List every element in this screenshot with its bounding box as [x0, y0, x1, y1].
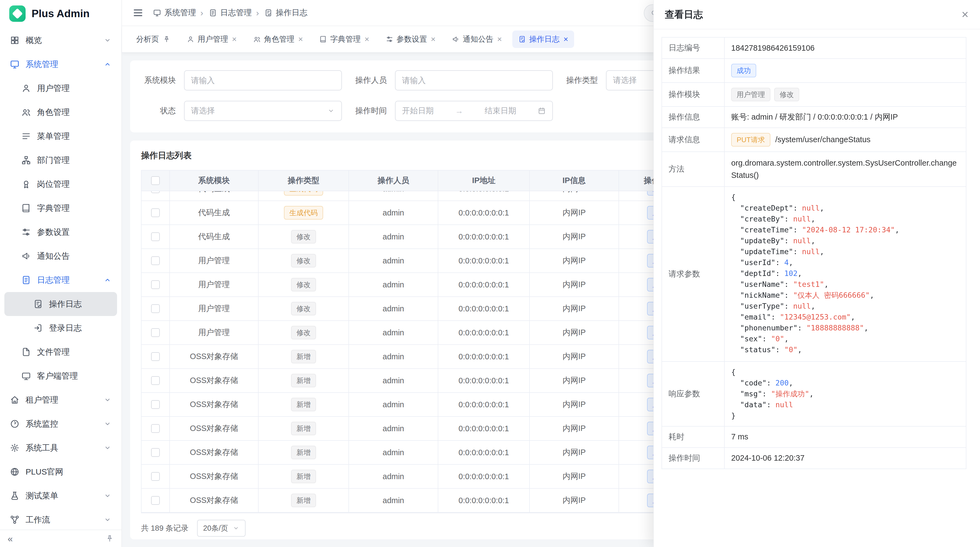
breadcrumb-item[interactable]: 操作日志 ›: [264, 7, 307, 18]
cell-module: 用户管理: [170, 273, 259, 297]
sidebar-item[interactable]: 租户管理: [4, 388, 117, 412]
monitor-icon: [10, 419, 20, 429]
globe-icon: [10, 467, 20, 477]
sidebar-item[interactable]: 工作流: [4, 508, 117, 529]
close-icon[interactable]: ×: [961, 8, 969, 21]
operation-type-badge: 新增: [291, 374, 316, 388]
collapse-sidebar-button[interactable]: «: [8, 534, 13, 543]
select-all-checkbox[interactable]: [151, 176, 160, 185]
cell-ipinfo: 内网IP: [530, 297, 619, 321]
tab-close-icon[interactable]: ×: [431, 35, 436, 43]
tab-close-icon[interactable]: ×: [563, 35, 568, 43]
hamburger-icon[interactable]: [132, 7, 144, 19]
sidebar-item[interactable]: 岗位管理: [4, 172, 117, 196]
sidebar-item[interactable]: 概览: [4, 28, 117, 52]
tab-close-icon[interactable]: ×: [364, 35, 369, 43]
row-checkbox[interactable]: [151, 208, 160, 217]
cell-ip: 0:0:0:0:0:0:0:1: [438, 465, 530, 488]
tab-close-icon[interactable]: ×: [232, 35, 237, 43]
tab[interactable]: 分析页: [130, 30, 177, 48]
cell-ipinfo: 内网IP: [530, 393, 619, 416]
field-label: 请求参数: [662, 187, 724, 362]
sidebar-item[interactable]: 日志管理: [4, 268, 117, 292]
start-date-placeholder: 开始日期: [402, 105, 434, 116]
row-checkbox[interactable]: [151, 191, 160, 193]
row-checkbox[interactable]: [151, 352, 160, 361]
cell-operator: admin: [349, 297, 438, 321]
operator-input[interactable]: [395, 70, 553, 91]
row-checkbox[interactable]: [151, 448, 160, 457]
row-checkbox[interactable]: [151, 424, 160, 433]
pin-sidebar-icon[interactable]: [106, 534, 114, 543]
row-checkbox[interactable]: [151, 256, 160, 265]
sidebar-item[interactable]: 测试菜单: [4, 484, 117, 508]
tab[interactable]: 角色管理 ×: [247, 30, 309, 48]
status-select[interactable]: 请选择: [184, 101, 342, 121]
cell-ipinfo: 内网IP: [530, 369, 619, 392]
tab[interactable]: 用户管理 ×: [181, 30, 243, 48]
breadcrumb-label: 日志管理: [220, 7, 252, 18]
tab[interactable]: 通知公告 ×: [446, 30, 508, 48]
sidebar-item[interactable]: 菜单管理: [4, 124, 117, 148]
tab-label: 参数设置: [397, 34, 427, 45]
breadcrumb-item[interactable]: 系统管理 ›: [153, 7, 204, 18]
field-label: 方法: [662, 152, 724, 187]
page-size-select[interactable]: 20条/页: [197, 520, 245, 537]
request-params-code[interactable]: { "createDept": null, "createBy": null, …: [731, 192, 959, 356]
sidebar-item-label: 测试菜单: [25, 490, 103, 501]
breadcrumb: 系统管理 › 日志管理 › 操作日志 ›: [153, 7, 307, 18]
loginlog-icon: [33, 323, 43, 333]
tab[interactable]: 字典管理 ×: [313, 30, 375, 48]
cell-ipinfo: 内网IP: [530, 201, 619, 225]
app-logo[interactable]: Plus Admin: [0, 0, 121, 27]
sidebar-item[interactable]: 角色管理: [4, 100, 117, 124]
date-range-picker[interactable]: 开始日期 → 结束日期: [395, 101, 553, 121]
file-icon: [21, 347, 31, 357]
sidebar-item[interactable]: 字典管理: [4, 196, 117, 220]
row-checkbox[interactable]: [151, 400, 160, 409]
breadcrumb-item[interactable]: 日志管理 ›: [209, 7, 259, 18]
row-checkbox[interactable]: [151, 328, 160, 337]
sidebar-item[interactable]: 文件管理: [4, 340, 117, 364]
cell-ip: 0:0:0:0:0:0:0:1: [438, 273, 530, 297]
row-checkbox[interactable]: [151, 472, 160, 481]
operation-type-badge: 新增: [291, 398, 316, 411]
sidebar-footer: «: [0, 529, 121, 547]
column-header-module: 系统模块: [170, 171, 259, 191]
sidebar-item[interactable]: 系统监控: [4, 412, 117, 436]
sidebar-item[interactable]: 部门管理: [4, 148, 117, 172]
sidebar-item-label: 租户管理: [25, 394, 103, 406]
tab-close-icon[interactable]: ×: [298, 35, 303, 43]
sidebar-item[interactable]: PLUS官网: [4, 460, 117, 484]
row-checkbox[interactable]: [151, 496, 160, 505]
cell-operator: admin: [349, 417, 438, 440]
sidebar-item[interactable]: 参数设置: [4, 220, 117, 244]
tab-label: 通知公告: [463, 34, 493, 45]
sidebar-item-label: 角色管理: [37, 107, 111, 118]
cell-module: OSS对象存储: [170, 489, 259, 512]
sidebar-item-label: 系统工具: [25, 442, 103, 454]
tab[interactable]: 参数设置 ×: [380, 30, 442, 48]
tab[interactable]: 操作日志 ×: [512, 30, 574, 48]
sidebar-item[interactable]: 登录日志: [4, 316, 117, 340]
row-checkbox[interactable]: [151, 232, 160, 241]
operation-type-badge: 修改: [291, 302, 316, 316]
row-checkbox[interactable]: [151, 304, 160, 313]
operation-type-badge: 新增: [291, 350, 316, 364]
tab-label: 字典管理: [330, 34, 361, 45]
tab-close-icon[interactable]: ×: [497, 35, 502, 43]
sidebar-item[interactable]: 系统管理: [4, 52, 117, 76]
row-checkbox[interactable]: [151, 376, 160, 385]
sidebar-item[interactable]: 系统工具: [4, 436, 117, 460]
row-checkbox[interactable]: [151, 280, 160, 289]
cell-ip: 0:0:0:0:0:0:0:1: [438, 201, 530, 225]
sidebar-item[interactable]: 客户端管理: [4, 364, 117, 388]
filter-label: 操作时间: [354, 105, 387, 116]
filter-label: 操作类型: [565, 75, 598, 86]
sidebar-item[interactable]: 通知公告: [4, 244, 117, 268]
sidebar-item[interactable]: 用户管理: [4, 76, 117, 100]
sidebar-item[interactable]: 操作日志: [4, 292, 117, 316]
cell-ip: 0:0:0:0:0:0:0:1: [438, 321, 530, 344]
system-module-input[interactable]: [184, 70, 342, 91]
role-icon: [253, 35, 261, 43]
